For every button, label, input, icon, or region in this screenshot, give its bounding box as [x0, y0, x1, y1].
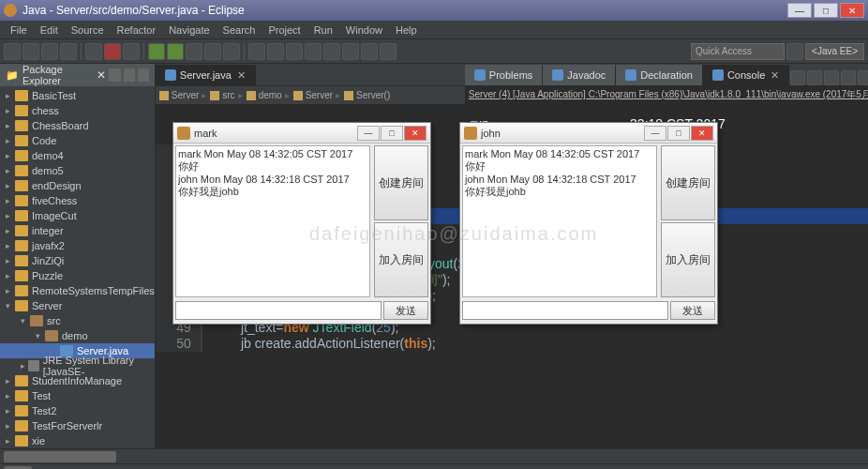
tree-item[interactable]: ▸TestForServerlr — [0, 418, 155, 433]
tree-item[interactable]: ▸ChessBoard — [0, 118, 155, 133]
view-tab[interactable]: Declaration — [616, 65, 703, 85]
toolbar-button[interactable] — [204, 43, 221, 60]
toolbar-button[interactable] — [380, 43, 397, 60]
tree-item[interactable]: ▸Test — [0, 388, 155, 403]
tree-item[interactable]: ▾Server — [0, 298, 155, 313]
create-room-button[interactable]: 创建房间 — [374, 145, 428, 220]
tree-item[interactable]: ▸fiveChess — [0, 193, 155, 208]
tree-item[interactable]: ▾src — [0, 313, 155, 328]
toolbar-button[interactable] — [85, 43, 102, 60]
join-room-button[interactable]: 加入房间 — [374, 222, 428, 297]
quick-access-input[interactable]: Quick Access — [691, 43, 785, 60]
close-button[interactable]: ✕ — [691, 126, 713, 141]
send-button[interactable]: 发送 — [383, 301, 428, 320]
link-editor-icon[interactable] — [109, 68, 120, 82]
tree-item[interactable]: ▾demo — [0, 328, 155, 343]
maximize-button[interactable]: □ — [667, 126, 690, 141]
toolbar-button[interactable] — [286, 43, 303, 60]
tree-item[interactable]: ▸demo5 — [0, 163, 155, 178]
debug-button[interactable] — [167, 43, 184, 60]
tree-item[interactable]: ▸BasicTest — [0, 88, 155, 103]
console-toolbar-button[interactable] — [807, 70, 822, 85]
toolbar-button[interactable] — [22, 43, 39, 60]
menu-item[interactable]: Search — [217, 24, 262, 36]
chat-input[interactable] — [175, 301, 382, 320]
editor-tab[interactable]: Server.java ✕ — [156, 65, 256, 85]
menu-item[interactable]: Refactor — [111, 24, 163, 36]
toolbar-button[interactable] — [323, 43, 340, 60]
view-tab[interactable]: Problems — [465, 65, 543, 85]
console-toolbar-button[interactable] — [824, 70, 839, 85]
tree-item[interactable]: ▸RemoteSystemsTempFiles — [0, 283, 155, 298]
toolbar-button[interactable] — [305, 43, 322, 60]
breadcrumb-bar[interactable]: Server ▸src ▸demo ▸Server ▸Server() — [156, 86, 465, 105]
tree-item[interactable]: ▸ImageCut — [0, 208, 155, 223]
minimize-button[interactable]: — — [787, 3, 812, 18]
tree-item[interactable]: ▸xie — [0, 433, 155, 448]
toolbar-button[interactable] — [248, 43, 265, 60]
toolbar-button[interactable] — [361, 43, 378, 60]
menu-item[interactable]: Run — [307, 24, 339, 36]
send-button[interactable]: 发送 — [670, 301, 715, 320]
close-tab-icon[interactable]: ✕ — [237, 69, 246, 82]
horizontal-scrollbar[interactable] — [0, 448, 868, 463]
tree-item[interactable]: ▸demo4 — [0, 148, 155, 163]
chat-titlebar[interactable]: mark—□✕ — [173, 123, 430, 144]
stop-button[interactable] — [104, 43, 121, 60]
toolbar-button[interactable] — [123, 43, 140, 60]
toolbar-button[interactable] — [267, 43, 284, 60]
breadcrumb-item[interactable]: Server ▸ — [293, 90, 340, 100]
tree-item[interactable]: ▸integer — [0, 223, 155, 238]
code-line[interactable]: jb create.addActionListener(this); — [202, 336, 436, 352]
tree-item[interactable]: ▸JRE System Library [JavaSE- — [0, 358, 155, 373]
toolbar-button[interactable] — [223, 43, 240, 60]
close-button[interactable]: ✕ — [840, 3, 864, 18]
minimize-button[interactable]: — — [357, 126, 380, 141]
console-toolbar-button[interactable] — [841, 70, 856, 85]
tree-item-label: JRE System Library [JavaSE- — [43, 355, 155, 377]
menu-item[interactable]: Source — [65, 24, 111, 36]
tree-item[interactable]: ▸Code — [0, 133, 155, 148]
close-view-icon[interactable]: ✕ — [97, 68, 106, 82]
breadcrumb-item[interactable]: src ▸ — [210, 90, 242, 100]
maximize-button[interactable]: □ — [814, 3, 838, 18]
breadcrumb-item[interactable]: demo ▸ — [247, 90, 290, 100]
run-button[interactable] — [148, 43, 165, 60]
view-tab[interactable]: Console✕ — [703, 65, 789, 85]
tree-item[interactable]: ▸endDesign — [0, 178, 155, 193]
project-tree[interactable]: ▸BasicTest▸chess▸ChessBoard▸Code▸demo4▸d… — [0, 86, 155, 448]
tree-item[interactable]: ▸Test2 — [0, 403, 155, 418]
menu-item[interactable]: Navigate — [162, 24, 216, 36]
toolbar-button[interactable] — [342, 43, 359, 60]
chat-titlebar[interactable]: john—□✕ — [460, 123, 717, 144]
tree-item[interactable]: ▸JinZiQi — [0, 253, 155, 268]
tree-item[interactable]: ▸javafx2 — [0, 238, 155, 253]
close-tab-icon[interactable]: ✕ — [771, 69, 779, 82]
menu-item[interactable]: Help — [389, 24, 424, 36]
collapse-all-icon[interactable] — [124, 68, 135, 82]
create-room-button[interactable]: 创建房间 — [661, 145, 715, 220]
menu-item[interactable]: Window — [339, 24, 389, 36]
menu-item[interactable]: Edit — [34, 24, 65, 36]
maximize-button[interactable]: □ — [381, 126, 403, 141]
minimize-button[interactable]: — — [644, 126, 666, 141]
open-perspective-button[interactable] — [786, 43, 803, 60]
toolbar-button[interactable] — [186, 43, 202, 60]
view-tab[interactable]: Javadoc — [543, 65, 616, 85]
tree-item[interactable]: ▸chess — [0, 103, 155, 118]
chat-input[interactable] — [462, 301, 668, 320]
tree-item[interactable]: ▸Puzzle — [0, 268, 155, 283]
menu-item[interactable]: Project — [262, 24, 307, 36]
join-room-button[interactable]: 加入房间 — [661, 222, 715, 297]
view-menu-icon[interactable] — [138, 68, 149, 82]
toolbar-button[interactable] — [60, 43, 77, 60]
console-toolbar-button[interactable] — [790, 70, 805, 85]
breadcrumb-item[interactable]: Server() — [344, 90, 390, 100]
console-toolbar-button[interactable] — [858, 70, 868, 85]
menu-item[interactable]: File — [4, 24, 34, 36]
toolbar-button[interactable] — [41, 43, 58, 60]
toolbar-button[interactable] — [4, 43, 21, 60]
close-button[interactable]: ✕ — [404, 126, 427, 141]
perspective-switcher[interactable]: <Java EE> — [805, 43, 864, 60]
breadcrumb-item[interactable]: Server ▸ — [159, 90, 206, 100]
